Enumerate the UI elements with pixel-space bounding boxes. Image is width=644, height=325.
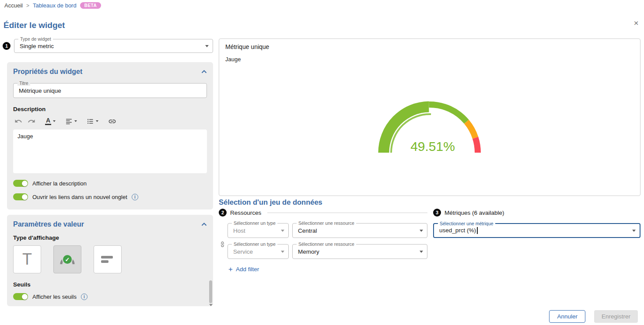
title-input[interactable]: Titre Métrique unique <box>13 83 207 98</box>
bullet-list-icon[interactable] <box>85 116 100 126</box>
add-filter-label: Add filter <box>236 266 259 273</box>
plus-icon: + <box>228 266 233 273</box>
resource-type-label: Sélectionner un type <box>232 241 277 247</box>
widget-type-value: Single metric <box>20 43 54 49</box>
resource-value: Central <box>298 227 317 234</box>
display-type-text-button[interactable]: T <box>13 245 41 273</box>
breadcrumb-separator: > <box>26 3 29 9</box>
widget-type-label: Type de widget <box>18 36 53 42</box>
resource-select-central[interactable]: Sélectionner une ressource Central <box>292 223 427 238</box>
close-icon[interactable]: × <box>631 18 641 28</box>
chevron-down-icon <box>281 230 284 232</box>
align-left-icon[interactable] <box>64 116 78 126</box>
bars-display-icon <box>101 255 114 264</box>
collapse-value-settings-icon[interactable] <box>201 223 207 226</box>
chevron-down-icon <box>281 251 284 253</box>
breadcrumb-dashboards-link[interactable]: Tableaux de bord <box>33 2 77 9</box>
value-settings-heading: Paramètres de valeur <box>13 220 84 228</box>
display-type-options: T ✓ <box>13 245 207 273</box>
description-label: Description <box>13 106 207 112</box>
link-icon[interactable] <box>107 116 118 126</box>
thresholds-label: Seuils <box>13 281 207 288</box>
text-color-icon[interactable]: A <box>44 116 57 126</box>
beta-badge: BETA <box>80 2 101 9</box>
widget-type-select[interactable]: Type de widget Single metric <box>14 39 213 53</box>
resource-link-icon <box>219 223 226 265</box>
show-description-row: Afficher la description <box>13 180 207 187</box>
metrics-section: 3 Métriques (6 available) Sélectionner u… <box>433 209 640 238</box>
step-2-badge: 2 <box>219 209 227 217</box>
resource-type-select-service[interactable]: Sélectionner un type Service <box>228 244 289 259</box>
resource-type-label: Sélectionner un type <box>232 220 277 226</box>
resource-type-select-host[interactable]: Sélectionner un type Host <box>228 223 289 238</box>
preview-subtitle: Jauge <box>225 56 634 63</box>
value-settings-panel: Paramètres de valeur Type d'affichage T … <box>7 215 213 306</box>
widget-type-row: 1 Type de widget Single metric <box>3 39 213 53</box>
dataset-heading: Sélection d'un jeu de données <box>219 198 322 206</box>
resource-row: Sélectionner un type Host Sélectionner u… <box>228 223 427 238</box>
open-links-label: Ouvrir les liens dans un nouvel onglet <box>32 194 127 200</box>
thresholds-info-icon[interactable]: i <box>81 294 88 300</box>
resource-row: Sélectionner un type Service Sélectionne… <box>228 244 427 259</box>
metric-select-value: used_prct (%) <box>439 227 476 234</box>
selected-check-icon: ✓ <box>62 254 73 265</box>
metric-select-label: Sélectionner une métrique <box>438 221 495 226</box>
show-thresholds-label: Afficher les seuils <box>32 294 77 300</box>
breadcrumb-home-link[interactable]: Accueil <box>4 2 23 9</box>
show-thresholds-toggle[interactable] <box>13 293 28 300</box>
step-3-badge: 3 <box>433 209 441 217</box>
info-icon[interactable]: i <box>132 194 138 200</box>
step-1-badge: 1 <box>3 42 10 50</box>
metrics-label: Métriques (6 available) <box>444 210 504 216</box>
widget-preview: Métrique unique Jauge 49.51% <box>219 38 640 196</box>
resources-section: 2 Ressources Sélectionner un type Host S… <box>219 209 427 273</box>
resource-label: Sélectionner une ressource <box>297 241 356 247</box>
preview-title: Métrique unique <box>225 43 634 50</box>
gauge-value: 49.51% <box>410 139 455 154</box>
cancel-button[interactable]: Annuler <box>549 310 585 323</box>
display-type-bars-button[interactable] <box>94 245 122 273</box>
chevron-down-icon <box>632 230 636 232</box>
show-thresholds-row: Afficher les seuils i <box>13 293 207 300</box>
properties-heading: Propriétés du widget <box>13 68 82 76</box>
text-cursor <box>477 227 478 234</box>
chevron-down-icon <box>420 251 423 253</box>
dialog-footer: Annuler Enregistrer <box>549 310 638 323</box>
description-editor[interactable]: Jauge <box>13 129 207 173</box>
add-filter-button[interactable]: + Add filter <box>228 266 427 273</box>
open-links-row: Ouvrir les liens dans un nouvel onglet i <box>13 193 207 200</box>
resource-type-value: Service <box>233 248 253 255</box>
breadcrumb: Accueil > Tableaux de bord BETA <box>4 2 101 9</box>
scrollbar-thumb[interactable] <box>209 280 212 303</box>
title-input-label: Titre <box>18 80 30 86</box>
open-links-new-tab-toggle[interactable] <box>13 193 28 200</box>
divider <box>267 213 427 213</box>
collapse-properties-icon[interactable] <box>201 70 207 73</box>
resource-select-memory[interactable]: Sélectionner une ressource Memory <box>292 244 427 259</box>
chevron-down-icon <box>205 45 209 47</box>
undo-icon[interactable] <box>13 116 24 126</box>
widget-properties-panel: Propriétés du widget Titre Métrique uniq… <box>7 62 213 210</box>
display-type-label: Type d'affichage <box>13 234 207 241</box>
chevron-down-icon <box>420 230 423 232</box>
resource-value: Memory <box>298 248 319 255</box>
resource-label: Sélectionner une ressource <box>297 220 356 226</box>
text-display-icon: T <box>22 250 32 269</box>
title-input-value: Métrique unique <box>19 87 61 94</box>
description-toolbar: A <box>13 115 207 127</box>
redo-icon[interactable] <box>26 116 37 126</box>
metric-select[interactable]: Sélectionner une métrique used_prct (%) <box>433 223 640 238</box>
save-button[interactable]: Enregistrer <box>594 310 638 323</box>
show-description-label: Afficher la description <box>32 180 87 187</box>
display-type-gauge-button[interactable]: ✓ <box>53 245 81 273</box>
resources-label: Ressources <box>230 210 261 216</box>
scrollbar-down-arrow-icon[interactable] <box>209 304 213 306</box>
show-description-toggle[interactable] <box>13 180 28 187</box>
page-title: Éditer le widget <box>4 21 65 30</box>
gauge-chart: 49.51% <box>225 63 634 191</box>
resource-type-value: Host <box>233 227 245 234</box>
